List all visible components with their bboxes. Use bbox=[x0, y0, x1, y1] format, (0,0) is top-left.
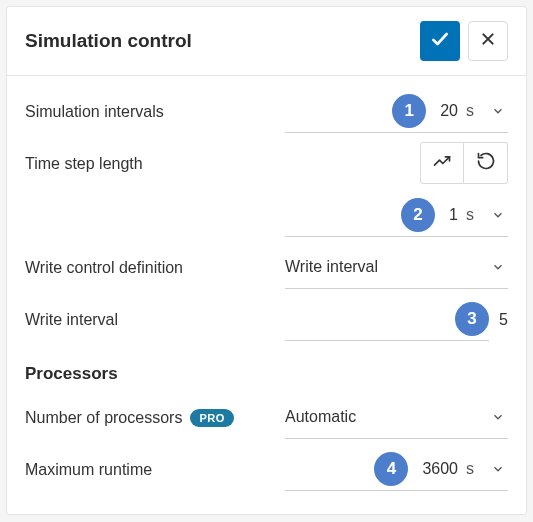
control-write-interval[interactable]: 3 bbox=[285, 299, 489, 341]
value-write-interval: 5 bbox=[499, 311, 508, 329]
row-number-of-processors: Number of processors PRO Automatic bbox=[25, 392, 508, 444]
label-write-interval: Write interval bbox=[25, 311, 285, 329]
unit-time-step-length: s bbox=[466, 206, 480, 224]
chart-button[interactable] bbox=[420, 142, 464, 184]
close-button[interactable] bbox=[468, 21, 508, 61]
marker-4: 4 bbox=[374, 452, 408, 486]
label-simulation-intervals: Simulation intervals bbox=[25, 103, 285, 121]
label-maximum-runtime: Maximum runtime bbox=[25, 461, 285, 479]
value-time-step-length: 1 bbox=[449, 206, 458, 224]
marker-2: 2 bbox=[401, 198, 435, 232]
label-time-step-length: Time step length bbox=[25, 155, 285, 173]
control-maximum-runtime[interactable]: 4 3600 s bbox=[285, 449, 508, 491]
control-write-control-definition[interactable]: Write interval bbox=[285, 247, 508, 289]
section-heading-processors: Processors bbox=[25, 364, 508, 384]
chevron-down-icon[interactable] bbox=[488, 208, 508, 222]
aux-time-step-length bbox=[285, 142, 508, 186]
chevron-down-icon[interactable] bbox=[488, 104, 508, 118]
check-icon bbox=[430, 29, 450, 54]
pro-badge: PRO bbox=[190, 409, 233, 427]
select-write-control-definition: Write interval bbox=[285, 258, 488, 276]
control-time-step-length[interactable]: 2 1 s bbox=[285, 195, 508, 237]
unit-maximum-runtime: s bbox=[466, 460, 480, 478]
select-number-of-processors: Automatic bbox=[285, 408, 488, 426]
label-number-of-processors: Number of processors PRO bbox=[25, 409, 285, 427]
marker-3: 3 bbox=[455, 302, 489, 336]
chevron-down-icon[interactable] bbox=[488, 260, 508, 274]
time-step-icon-group bbox=[420, 142, 508, 184]
row-time-step-length: Time step length bbox=[25, 138, 508, 190]
row-maximum-runtime: Maximum runtime 4 3600 s bbox=[25, 444, 508, 496]
unit-simulation-intervals: s bbox=[466, 102, 480, 120]
label-write-control-definition: Write control definition bbox=[25, 259, 285, 277]
row-simulation-intervals: Simulation intervals 1 20 s bbox=[25, 86, 508, 138]
simulation-control-panel: Simulation control Simulation intervals … bbox=[6, 6, 527, 515]
control-number-of-processors[interactable]: Automatic bbox=[285, 397, 508, 439]
line-chart-icon bbox=[432, 151, 452, 175]
chevron-down-icon[interactable] bbox=[488, 462, 508, 476]
header-actions bbox=[420, 21, 508, 61]
row-write-control-definition: Write control definition Write interval bbox=[25, 242, 508, 294]
close-icon bbox=[480, 31, 496, 52]
panel-body: Simulation intervals 1 20 s Time step le… bbox=[7, 76, 526, 514]
control-simulation-intervals[interactable]: 1 20 s bbox=[285, 91, 508, 133]
marker-1: 1 bbox=[392, 94, 426, 128]
undo-icon bbox=[476, 151, 496, 175]
panel-header: Simulation control bbox=[7, 7, 526, 76]
label-text-number-of-processors: Number of processors bbox=[25, 409, 182, 427]
chevron-down-icon[interactable] bbox=[488, 410, 508, 424]
value-simulation-intervals: 20 bbox=[440, 102, 458, 120]
confirm-button[interactable] bbox=[420, 21, 460, 61]
row-write-interval: Write interval 3 5 bbox=[25, 294, 508, 346]
panel-title: Simulation control bbox=[25, 30, 192, 52]
reset-button[interactable] bbox=[464, 142, 508, 184]
row-time-step-value: 2 1 s bbox=[25, 190, 508, 242]
value-maximum-runtime: 3600 bbox=[422, 460, 458, 478]
